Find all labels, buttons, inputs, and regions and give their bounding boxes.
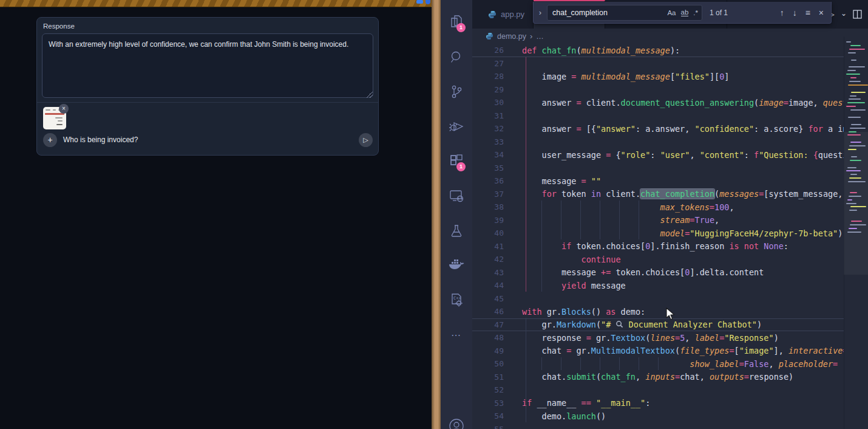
breadcrumb[interactable]: demo.py › … (472, 29, 844, 44)
whole-word-toggle[interactable]: ab (681, 9, 689, 16)
minimap-code-line (850, 224, 866, 225)
token: = (710, 202, 714, 212)
code-line[interactable]: 39 stream=True, (472, 214, 844, 227)
code-editor[interactable]: 26def chat_fn(multimodal_message):2728 i… (472, 44, 844, 429)
search-icon[interactable] (441, 43, 472, 72)
line-number: 44 (472, 281, 504, 290)
token: image, (788, 98, 823, 108)
find-in-selection-button[interactable]: ≡ (805, 8, 810, 18)
line-number: 43 (472, 268, 504, 277)
cpp-tools-icon[interactable]: C++ (441, 286, 472, 315)
code-line[interactable]: 51 chat.submit(chat_fn, inputs=chat, out… (472, 371, 844, 384)
line-number: 46 (472, 307, 504, 316)
code-line[interactable]: 35 (472, 162, 844, 175)
window-divider[interactable] (432, 0, 441, 429)
find-query[interactable]: chat_completion (552, 9, 662, 17)
find-input[interactable]: chat_completion Aa ab .* (547, 5, 702, 21)
chat-input[interactable]: Who is being invoiced? (63, 136, 138, 144)
token: Markdown (557, 320, 596, 329)
code-line[interactable]: 42 continue (472, 253, 844, 266)
code-line[interactable]: 30 answer = client.document_question_ans… (472, 96, 844, 109)
regex-toggle[interactable]: .* (693, 9, 698, 16)
code-line[interactable]: 49 chat = gr.MultimodalTextbox(file_type… (472, 345, 844, 358)
code-text: response = gr.Textbox(lines=5, label="Re… (522, 333, 779, 343)
token: = (690, 215, 694, 225)
token (522, 215, 660, 225)
token: client. (601, 189, 640, 199)
find-expand-chevron[interactable]: › (534, 8, 547, 17)
token: , (714, 215, 719, 225)
code-line[interactable]: 46with gr.Blocks() as demo: (472, 305, 844, 318)
code-line[interactable]: 36 message = "" (472, 174, 844, 188)
run-debug-icon[interactable] (441, 112, 472, 141)
remove-attachment-button[interactable]: × (59, 104, 69, 114)
more-tools-icon[interactable]: ⋯ (441, 320, 472, 349)
code-line[interactable]: 55 (472, 423, 844, 429)
code-line[interactable]: 44 yield message (472, 279, 844, 292)
minimap[interactable] (844, 36, 868, 429)
code-line[interactable]: 32 answer = [{"answer": a.answer, "confi… (472, 122, 844, 136)
run-dropdown-chevron-icon[interactable]: ⌄ (841, 9, 847, 18)
tab-app-py[interactable]: app.py (480, 0, 534, 29)
code-line[interactable]: 34 user_message = {"role": "user", "cont… (472, 148, 844, 162)
code-text: message = "" (522, 176, 601, 186)
code-line[interactable]: 28 image = multimodal_message["files"][0… (472, 70, 844, 83)
minimap-code-line (849, 66, 865, 67)
token: __name__ (532, 398, 581, 408)
token: = (675, 333, 680, 343)
token: : (784, 241, 788, 251)
remote-explorer-icon[interactable] (441, 181, 472, 210)
token (586, 176, 591, 186)
line-number: 39 (472, 216, 504, 225)
token: question (818, 150, 844, 160)
code-line[interactable]: 40 model="HuggingFaceH4/zephyr-7b-beta") (472, 227, 844, 240)
code-line[interactable]: 47 gr.Markdown("# Document Analyzer Chat… (472, 318, 844, 332)
match-case-toggle[interactable]: Aa (667, 9, 676, 16)
code-line[interactable]: 48 response = gr.Textbox(lines=5, label=… (472, 331, 844, 345)
source-control-icon[interactable] (441, 77, 472, 106)
token: gr. (522, 320, 557, 329)
code-line[interactable]: 38 max_tokens=100, (472, 201, 844, 214)
token: chat (522, 346, 566, 355)
token: "content" (700, 150, 744, 160)
indent-guide (580, 357, 581, 370)
code-line[interactable]: 26def chat_fn(multimodal_message): (472, 44, 844, 57)
send-button[interactable]: ▷ (359, 133, 373, 147)
token: , (690, 150, 699, 160)
code-line[interactable]: 29 (472, 83, 844, 97)
code-line[interactable]: 27 (472, 57, 844, 70)
token: question (823, 98, 844, 108)
add-file-button[interactable]: + (43, 133, 57, 147)
code-line[interactable]: 53if __name__ == "__main__": (472, 397, 844, 410)
code-line[interactable]: 43 message += token.choices[0].delta.con… (472, 266, 844, 280)
tab-label: app.py (501, 10, 524, 19)
minimap-code-line (849, 228, 857, 229)
indent-guide (619, 201, 620, 239)
testing-flask-icon[interactable] (441, 216, 472, 245)
token: : (744, 150, 754, 160)
token: if (522, 398, 532, 408)
token: answer (522, 98, 576, 108)
find-previous-button[interactable]: ↑ (780, 8, 784, 18)
account-icon[interactable] (441, 411, 472, 429)
token: multimodal_message (581, 72, 670, 81)
token: if (561, 241, 571, 251)
minimap-code-line (848, 84, 868, 86)
split-editor-button[interactable] (853, 10, 862, 19)
find-next-button[interactable]: ↓ (793, 8, 797, 18)
line-number: 54 (472, 411, 504, 420)
code-line[interactable]: 45 (472, 292, 844, 306)
explorer-icon[interactable]: 1 (441, 7, 472, 36)
code-line[interactable]: 37 for token in client.chat_completion(m… (472, 188, 844, 201)
code-line[interactable]: 31 (472, 109, 844, 123)
code-line[interactable]: 54 demo.launch() (472, 410, 844, 423)
code-line[interactable]: 41 if token.choices[0].finish_reason is … (472, 240, 844, 253)
find-close-button[interactable]: × (819, 8, 824, 18)
resize-handle-icon[interactable] (367, 92, 373, 98)
code-text: chat.submit(chat_fn, inputs=chat, output… (522, 372, 793, 382)
docker-icon[interactable] (441, 251, 472, 280)
extensions-icon[interactable]: 1 (441, 146, 472, 176)
code-line[interactable]: 33 (472, 136, 844, 149)
response-textarea[interactable]: With an extremely high level of confiden… (42, 33, 373, 98)
code-line[interactable]: 52 (472, 383, 844, 397)
